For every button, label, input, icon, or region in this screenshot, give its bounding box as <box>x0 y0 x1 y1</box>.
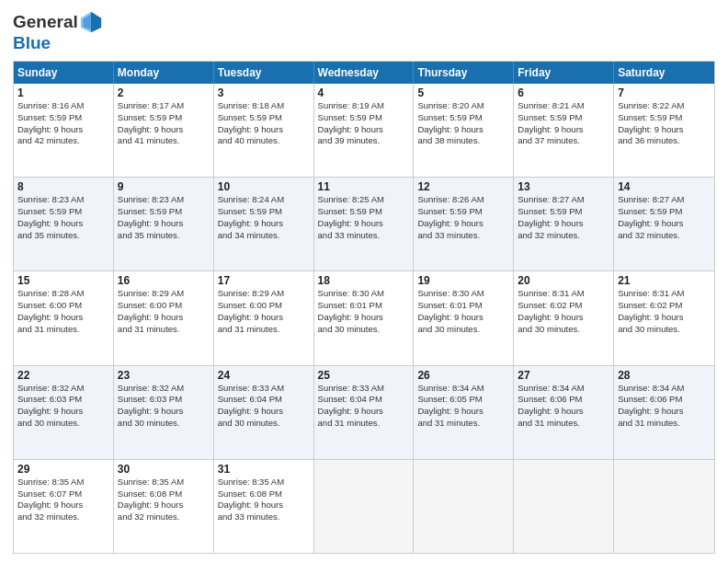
day-number: 6 <box>518 86 609 99</box>
cell-info: Sunset: 6:02 PM <box>518 300 609 312</box>
day-number: 26 <box>417 369 509 382</box>
cell-info: Daylight: 9 hours <box>17 500 109 511</box>
cell-info: Daylight: 9 hours <box>518 218 609 230</box>
cell-info: Daylight: 9 hours <box>17 124 109 136</box>
cell-info: Sunset: 5:59 PM <box>518 112 609 124</box>
cell-info: Sunrise: 8:29 AM <box>118 288 210 300</box>
cell-info: Sunset: 5:59 PM <box>618 112 711 124</box>
cell-info: and 30 minutes. <box>417 324 509 336</box>
cell-info: and 42 minutes. <box>17 135 109 147</box>
cell-info: Daylight: 9 hours <box>17 406 109 418</box>
cell-info: Sunset: 6:00 PM <box>118 300 210 312</box>
cell-info: Sunrise: 8:31 AM <box>618 288 711 300</box>
cell-info: Sunset: 6:00 PM <box>218 300 310 312</box>
day-number: 7 <box>618 86 711 99</box>
header-day-monday: Monday <box>114 62 214 84</box>
cell-info: Sunrise: 8:35 AM <box>118 477 210 488</box>
day-cell-3: 3Sunrise: 8:18 AMSunset: 5:59 PMDaylight… <box>214 84 314 177</box>
cell-info: Sunset: 6:00 PM <box>17 300 109 312</box>
cell-info: Daylight: 9 hours <box>218 124 310 136</box>
day-number: 31 <box>218 463 310 476</box>
day-cell-28: 28Sunrise: 8:34 AMSunset: 6:06 PMDayligh… <box>614 366 714 459</box>
cell-info: Sunrise: 8:33 AM <box>218 383 310 395</box>
cell-info: Daylight: 9 hours <box>417 312 509 324</box>
cell-info: Daylight: 9 hours <box>618 312 711 324</box>
cell-info: Sunrise: 8:28 AM <box>17 288 109 300</box>
cell-info: Sunset: 5:59 PM <box>318 206 410 218</box>
cell-info: Daylight: 9 hours <box>218 500 310 511</box>
day-number: 8 <box>17 180 109 193</box>
day-number: 4 <box>318 86 410 99</box>
day-cell-30: 30Sunrise: 8:35 AMSunset: 6:08 PMDayligh… <box>114 460 214 553</box>
cell-info: and 32 minutes. <box>618 230 711 242</box>
logo-general: General <box>13 12 78 32</box>
cell-info: Daylight: 9 hours <box>118 218 210 230</box>
cell-info: Sunset: 5:59 PM <box>618 206 711 218</box>
day-number: 27 <box>518 369 609 382</box>
cell-info: Sunset: 5:59 PM <box>518 206 609 218</box>
logo-icon <box>80 11 102 33</box>
page-header: General Blue <box>13 11 715 53</box>
cell-info: Sunset: 6:08 PM <box>118 488 210 500</box>
cell-info: and 37 minutes. <box>518 135 609 147</box>
header-day-friday: Friday <box>514 62 614 84</box>
cell-info: Sunrise: 8:35 AM <box>218 477 310 488</box>
header-day-sunday: Sunday <box>14 62 114 84</box>
cell-info: Daylight: 9 hours <box>218 406 310 418</box>
cell-info: Sunrise: 8:18 AM <box>218 100 310 112</box>
cell-info: and 40 minutes. <box>218 135 310 147</box>
day-number: 11 <box>318 180 410 193</box>
cell-info: Sunset: 6:07 PM <box>17 488 109 500</box>
day-number: 9 <box>118 180 210 193</box>
day-cell-23: 23Sunrise: 8:32 AMSunset: 6:03 PMDayligh… <box>114 366 214 459</box>
cell-info: Daylight: 9 hours <box>118 312 210 324</box>
cell-info: Sunset: 6:05 PM <box>417 394 509 406</box>
cell-info: Sunrise: 8:21 AM <box>518 100 609 112</box>
logo-blue: Blue <box>13 33 51 53</box>
header-day-saturday: Saturday <box>614 62 714 84</box>
cell-info: Daylight: 9 hours <box>518 312 609 324</box>
cell-info: Sunrise: 8:32 AM <box>17 383 109 395</box>
calendar-week-2: 8Sunrise: 8:23 AMSunset: 5:59 PMDaylight… <box>14 177 714 270</box>
cell-info: Sunrise: 8:31 AM <box>518 288 609 300</box>
empty-cell <box>414 460 514 553</box>
day-cell-16: 16Sunrise: 8:29 AMSunset: 6:00 PMDayligh… <box>114 271 214 364</box>
day-number: 19 <box>417 274 509 287</box>
day-cell-13: 13Sunrise: 8:27 AMSunset: 5:59 PMDayligh… <box>514 178 614 270</box>
cell-info: Sunset: 5:59 PM <box>218 112 310 124</box>
day-cell-9: 9Sunrise: 8:23 AMSunset: 5:59 PMDaylight… <box>114 178 214 270</box>
day-number: 30 <box>118 463 210 476</box>
cell-info: Sunset: 6:03 PM <box>118 394 210 406</box>
cell-info: Sunset: 6:03 PM <box>17 394 109 406</box>
calendar-header: SundayMondayTuesdayWednesdayThursdayFrid… <box>14 62 714 84</box>
day-number: 24 <box>218 369 310 382</box>
day-cell-18: 18Sunrise: 8:30 AMSunset: 6:01 PMDayligh… <box>314 271 415 364</box>
cell-info: and 31 minutes. <box>218 324 310 336</box>
day-cell-26: 26Sunrise: 8:34 AMSunset: 6:05 PMDayligh… <box>414 366 514 459</box>
day-number: 10 <box>218 180 310 193</box>
day-number: 29 <box>17 463 109 476</box>
cell-info: Sunrise: 8:25 AM <box>318 194 410 206</box>
day-cell-14: 14Sunrise: 8:27 AMSunset: 5:59 PMDayligh… <box>614 178 714 270</box>
cell-info: Sunrise: 8:29 AM <box>218 288 310 300</box>
cell-info: and 33 minutes. <box>318 230 410 242</box>
cell-info: Sunrise: 8:16 AM <box>17 100 109 112</box>
calendar-week-3: 15Sunrise: 8:28 AMSunset: 6:00 PMDayligh… <box>14 270 714 364</box>
cell-info: and 33 minutes. <box>218 511 310 523</box>
cell-info: Sunrise: 8:19 AM <box>318 100 410 112</box>
cell-info: Sunset: 5:59 PM <box>417 112 509 124</box>
day-number: 2 <box>118 86 210 99</box>
cell-info: Sunset: 5:59 PM <box>17 112 109 124</box>
svg-marker-1 <box>91 12 101 32</box>
cell-info: Sunrise: 8:23 AM <box>17 194 109 206</box>
cell-info: Sunset: 6:01 PM <box>417 300 509 312</box>
calendar-week-4: 22Sunrise: 8:32 AMSunset: 6:03 PMDayligh… <box>14 365 714 459</box>
cell-info: and 38 minutes. <box>417 135 509 147</box>
day-number: 22 <box>17 369 109 382</box>
day-cell-2: 2Sunrise: 8:17 AMSunset: 5:59 PMDaylight… <box>114 84 214 177</box>
cell-info: Sunset: 6:04 PM <box>318 394 410 406</box>
empty-cell <box>514 460 614 553</box>
cell-info: Sunset: 5:59 PM <box>318 112 410 124</box>
cell-info: Daylight: 9 hours <box>218 218 310 230</box>
day-cell-15: 15Sunrise: 8:28 AMSunset: 6:00 PMDayligh… <box>14 271 114 364</box>
